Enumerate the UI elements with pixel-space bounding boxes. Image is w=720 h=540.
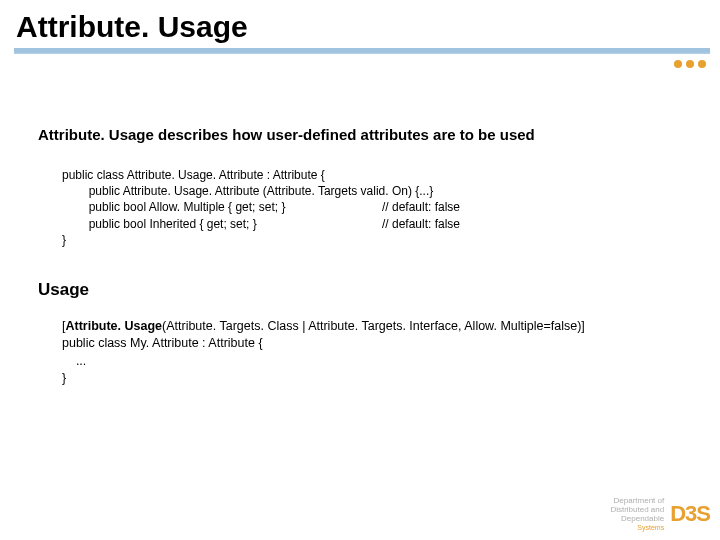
code-line: public bool Inherited { get; set; }// de… — [62, 216, 694, 232]
usage-heading: Usage — [38, 280, 694, 300]
code-line: public class Attribute. Usage. Attribute… — [62, 167, 694, 183]
code-line: } — [62, 370, 694, 388]
d3s-logo: D3S — [670, 501, 710, 527]
code-line: public class My. Attribute : Attribute { — [62, 335, 694, 353]
decorative-dots — [674, 60, 706, 68]
code-line: [Attribute. Usage(Attribute. Targets. Cl… — [62, 318, 694, 336]
code-line: public bool Allow. Multiple { get; set; … — [62, 199, 694, 215]
intro-text: Attribute. Usage describes how user-defi… — [38, 126, 694, 143]
code-block-definition: public class Attribute. Usage. Attribute… — [38, 167, 694, 248]
code-line: } — [62, 232, 694, 248]
code-line: public Attribute. Usage. Attribute (Attr… — [62, 183, 694, 199]
footer-logo: Department of Distributed and Dependable… — [610, 497, 710, 532]
slide-content: Attribute. Usage describes how user-defi… — [0, 54, 720, 388]
footer-department-text: Department of Distributed and Dependable… — [610, 497, 664, 532]
slide-title: Attribute. Usage — [0, 0, 720, 48]
code-block-usage: [Attribute. Usage(Attribute. Targets. Cl… — [38, 318, 694, 388]
code-line: ... — [62, 353, 694, 371]
